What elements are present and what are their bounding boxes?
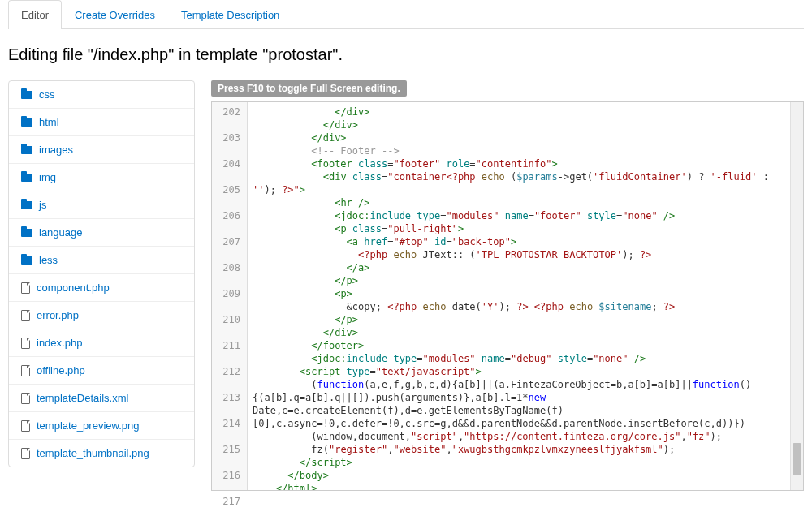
tree-item-label: error.php — [37, 309, 79, 321]
tab-editor[interactable]: Editor — [8, 0, 62, 29]
tree-item-label: html — [39, 116, 59, 128]
tree-item-label: index.php — [37, 337, 82, 349]
tree-item-label: offline.php — [37, 364, 85, 376]
file-item-template-thumbnail-png[interactable]: template_thumbnail.png — [9, 440, 194, 467]
folder-icon — [21, 90, 32, 99]
folder-item-css[interactable]: css — [9, 81, 194, 109]
tab-label: Template Description — [181, 9, 279, 21]
folder-item-html[interactable]: html — [9, 109, 194, 136]
file-icon — [21, 393, 30, 404]
folder-item-language[interactable]: language — [9, 219, 194, 247]
file-item-offline-php[interactable]: offline.php — [9, 357, 194, 385]
code-area[interactable]: </div> </div> </div> <!-- Footer --> <fo… — [248, 102, 790, 490]
folder-icon — [21, 228, 32, 237]
folder-icon — [21, 200, 32, 209]
tree-item-label: less — [39, 254, 58, 266]
folder-icon — [21, 118, 32, 127]
tab-label: Create Overrides — [75, 9, 155, 21]
file-item-component-php[interactable]: component.php — [9, 274, 194, 302]
file-item-error-php[interactable]: error.php — [9, 302, 194, 329]
tree-item-label: css — [39, 88, 55, 101]
folder-item-less[interactable]: less — [9, 247, 194, 274]
file-item-template-preview-png[interactable]: template_preview.png — [9, 412, 194, 440]
tree-item-label: img — [39, 171, 56, 183]
folder-icon — [21, 173, 32, 182]
file-icon — [21, 282, 30, 294]
tree-item-label: template_preview.png — [37, 419, 139, 432]
file-item-templatedetails-xml[interactable]: templateDetails.xml — [9, 385, 194, 412]
file-icon — [21, 420, 30, 432]
line-gutter: 202 203 204 205 206 207 208 209 210 211 … — [212, 102, 248, 490]
tab-label: Editor — [21, 9, 49, 21]
fullscreen-hint: Press F10 to toggle Full Screen editing. — [211, 80, 407, 97]
tree-item-label: images — [39, 144, 73, 156]
folder-item-images[interactable]: images — [9, 136, 194, 164]
vertical-scrollbar[interactable] — [790, 102, 803, 490]
scrollbar-thumb[interactable] — [793, 443, 801, 475]
file-icon — [21, 338, 30, 349]
tree-item-label: js — [39, 199, 46, 211]
tree-item-label: templateDetails.xml — [37, 392, 128, 404]
tab-create-overrides[interactable]: Create Overrides — [62, 0, 168, 29]
tabs: Editor Create Overrides Template Descrip… — [8, 0, 804, 29]
folder-icon — [21, 145, 32, 154]
code-editor[interactable]: 202 203 204 205 206 207 208 209 210 211 … — [211, 101, 804, 491]
tree-item-label: template_thumbnail.png — [37, 447, 149, 459]
file-icon — [21, 365, 30, 376]
folder-icon — [21, 256, 32, 264]
tree-item-label: component.php — [37, 282, 110, 294]
tree-item-label: language — [39, 226, 83, 239]
file-tree: csshtmlimagesimgjslanguagelesscomponent.… — [8, 80, 195, 467]
folder-item-js[interactable]: js — [9, 191, 194, 219]
file-item-index-php[interactable]: index.php — [9, 329, 194, 357]
tab-template-description[interactable]: Template Description — [168, 0, 292, 29]
file-icon — [21, 448, 30, 459]
page-title: Editing file "/index.php" in template "p… — [8, 45, 804, 64]
folder-item-img[interactable]: img — [9, 164, 194, 191]
file-icon — [21, 310, 30, 321]
